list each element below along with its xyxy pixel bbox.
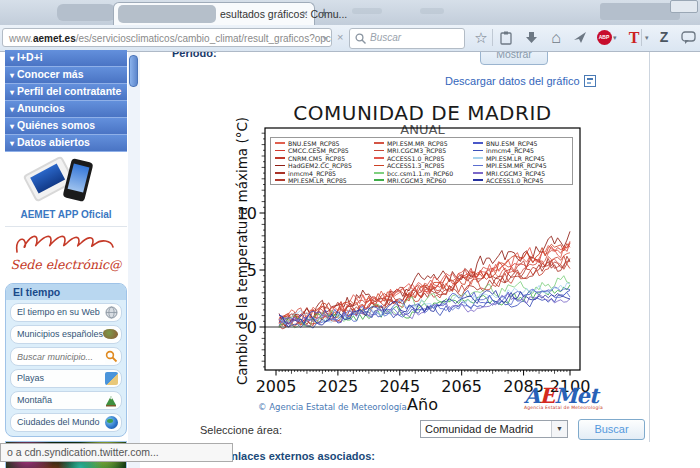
legend-line-swatch bbox=[275, 157, 285, 159]
legend-line-swatch bbox=[374, 142, 384, 144]
title-bar: esultados gráficos: Comu... × + bbox=[0, 0, 700, 25]
municipios-button[interactable]: Municipios españoles bbox=[10, 325, 122, 344]
home-icon[interactable]: ⌂ bbox=[546, 28, 566, 47]
legend-entry: MRI.CGCM3_RCP45 bbox=[473, 170, 572, 177]
legend-entry: MRI.CGCM3_RCP85 bbox=[374, 147, 473, 154]
extension-caret-icon[interactable]: ▾ bbox=[645, 34, 649, 42]
el-tiempo-header: El tiempo bbox=[6, 284, 126, 300]
legend-line-swatch bbox=[275, 142, 285, 144]
mostrar-button[interactable]: Mostrar bbox=[480, 52, 548, 65]
adblock-caret-icon[interactable]: ▾ bbox=[613, 34, 617, 42]
legend-entry: MPI.ESM.LR_RCP45 bbox=[473, 155, 572, 162]
adblock-badge: ABP bbox=[597, 30, 612, 45]
area-select-value: Comunidad de Madrid bbox=[425, 423, 533, 435]
buscar-button[interactable]: Buscar bbox=[578, 419, 645, 440]
area-select[interactable]: Comunidad de Madrid ▼ bbox=[420, 420, 568, 438]
url-path: /es/serviciosclimaticos/cambio_climat/re… bbox=[76, 33, 332, 44]
browser-tab[interactable]: esultados gráficos: Comu... × bbox=[113, 2, 315, 26]
legend-column: BNU.ESM_RCP85CMCC.CESM_RCP85CNRM.CM5_RCP… bbox=[275, 140, 374, 184]
caret-icon: ▾ bbox=[10, 105, 14, 114]
tiempo-web-button[interactable]: El tiempo en su Web bbox=[10, 303, 122, 322]
montana-button[interactable]: Montaña bbox=[10, 391, 122, 410]
inner-scrollbar-track[interactable] bbox=[128, 52, 140, 468]
legend-line-swatch bbox=[275, 150, 285, 152]
aemet-logo-subtext: Agencia Estatal de Meteorología bbox=[524, 405, 604, 410]
legend-line-swatch bbox=[374, 165, 384, 167]
legend-entry: ACCESS1.0_RCP45 bbox=[473, 177, 572, 184]
z-extension-icon[interactable]: Z bbox=[654, 28, 674, 47]
sidebar-item-perfil-contratante[interactable]: ▾Perfil del contratante bbox=[5, 84, 127, 101]
sidebar-item-idi[interactable]: ▾I+D+i bbox=[5, 50, 127, 67]
url-bar[interactable]: www.aemet.es/es/serviciosclimaticos/camb… bbox=[2, 28, 332, 47]
inner-scrollbar-thumb[interactable] bbox=[129, 55, 138, 87]
svg-text:2065: 2065 bbox=[441, 377, 482, 396]
adblock-icon[interactable]: ABP bbox=[594, 28, 614, 47]
sidebar: ▾I+D+i ▾Conocer más ▾Perfil del contrata… bbox=[5, 50, 127, 468]
bookmark-star-icon[interactable]: ☆ bbox=[471, 28, 491, 47]
legend-entry: MRI.CGCM3_RCP60 bbox=[374, 177, 473, 184]
sede-electronica-banner[interactable]: Sede electrónic@ bbox=[5, 226, 127, 279]
legend-line-swatch bbox=[374, 172, 384, 174]
search-placeholder: Buscar bbox=[370, 32, 401, 43]
browser-window: esultados gráficos: Comu... × + www.aeme… bbox=[0, 0, 700, 468]
navigation-toolbar: www.aemet.es/es/serviciosclimaticos/camb… bbox=[0, 25, 700, 52]
search-icon bbox=[354, 32, 368, 46]
caret-icon: ▾ bbox=[10, 139, 14, 148]
beach-icon bbox=[105, 372, 118, 385]
svg-text:5: 5 bbox=[247, 261, 257, 280]
periodo-label: Período: bbox=[172, 52, 217, 59]
url-prefix: www. bbox=[9, 33, 33, 44]
svg-text:2005: 2005 bbox=[256, 377, 297, 396]
legend-line-swatch bbox=[275, 179, 285, 181]
new-tab-button[interactable]: + bbox=[320, 4, 328, 20]
toolbar-separator bbox=[641, 29, 642, 46]
climate-chart-figure: COMUNIDAD DE MADRID ANUAL Cambio de la t… bbox=[228, 93, 648, 419]
downloads-icon[interactable] bbox=[521, 28, 541, 47]
svg-text:10: 10 bbox=[237, 204, 257, 223]
aemet-logo: AEMet Agencia Estatal de Meteorología bbox=[524, 383, 604, 410]
legend-line-swatch bbox=[275, 165, 285, 167]
sidebar-item-anuncios[interactable]: ▾Anuncios bbox=[5, 101, 127, 118]
legend-entry: HadGEM2.CC_RCP85 bbox=[275, 162, 374, 169]
sidebar-item-datos-abiertos[interactable]: ▾Datos abiertos bbox=[5, 135, 127, 152]
spain-map-icon bbox=[103, 329, 118, 339]
legend-line-swatch bbox=[473, 157, 483, 159]
legend-column: MPI.ESM.MR_RCP85MRI.CGCM3_RCP85ACCESS1.0… bbox=[374, 140, 473, 184]
legend-line-swatch bbox=[374, 179, 384, 181]
municipio-search-input[interactable] bbox=[15, 350, 105, 364]
legend-line-swatch bbox=[473, 179, 483, 181]
playas-button[interactable]: Playas bbox=[10, 369, 122, 388]
aemet-app-caption[interactable]: AEMET APP Oficial bbox=[5, 209, 127, 220]
chart-copyright: © Agencia Estatal de Meteorología bbox=[258, 402, 407, 412]
svg-text:0: 0 bbox=[247, 318, 257, 337]
url-dropdown-icon[interactable]: ▾ bbox=[323, 29, 327, 47]
legend-line-swatch bbox=[473, 172, 483, 174]
window-artifact bbox=[420, 8, 444, 14]
aemet-app-image[interactable] bbox=[5, 158, 127, 206]
legend-entry: inmcm4_RCP45 bbox=[473, 147, 572, 154]
municipio-search[interactable] bbox=[10, 347, 122, 366]
legend-entry: MPI.ESM.LR_RCP85 bbox=[275, 177, 374, 184]
caret-icon: ▾ bbox=[10, 54, 14, 63]
legend-column: BNU.ESM_RCP45inmcm4_RCP45MPI.ESM.LR_RCP4… bbox=[473, 140, 572, 184]
sidebar-item-quienes-somos[interactable]: ▾Quiénes somos bbox=[5, 118, 127, 135]
pocket-send-icon[interactable] bbox=[570, 28, 590, 47]
chat-bubble-icon[interactable] bbox=[678, 28, 698, 47]
search-input[interactable]: Buscar bbox=[349, 28, 465, 49]
ciudades-button[interactable]: Ciudades del Mundo bbox=[10, 413, 122, 432]
caret-icon: ▾ bbox=[10, 71, 14, 80]
el-tiempo-panel: El tiempo El tiempo en su Web Municipios… bbox=[5, 283, 127, 437]
web-globe-icon bbox=[105, 306, 118, 319]
select-arrow-icon[interactable]: ▼ bbox=[551, 421, 567, 437]
download-data-link[interactable]: Descargar datos del gráfico bbox=[445, 75, 596, 87]
sidebar-item-conocer-mas[interactable]: ▾Conocer más bbox=[5, 67, 127, 84]
search-municipio-icon[interactable] bbox=[105, 350, 118, 363]
tab-close-icon[interactable]: × bbox=[302, 7, 308, 19]
legend-entry: MPI.ESM.MR_RCP45 bbox=[473, 162, 572, 169]
clipboard-icon[interactable] bbox=[496, 28, 516, 47]
legend-line-swatch bbox=[374, 150, 384, 152]
url-domain: aemet.es bbox=[33, 33, 76, 44]
legend-entry: BNU.ESM_RCP85 bbox=[275, 140, 374, 147]
stop-icon[interactable]: × bbox=[337, 31, 343, 43]
minimize-button[interactable] bbox=[670, 0, 698, 13]
